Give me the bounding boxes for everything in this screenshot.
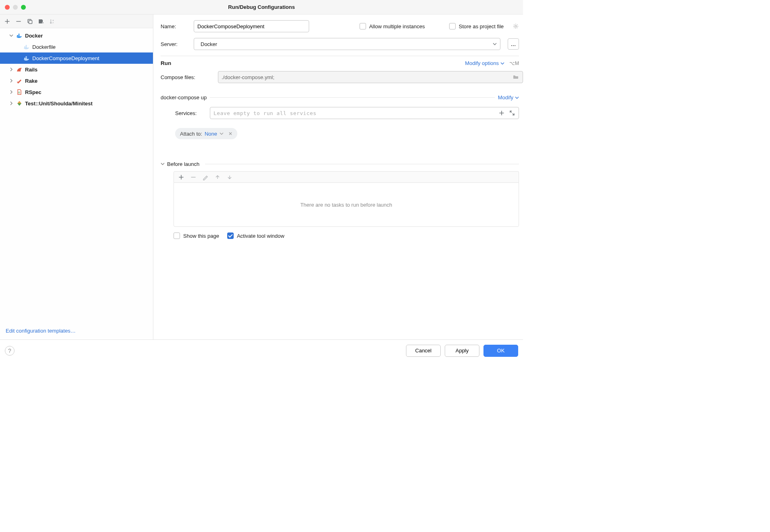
edit-templates-link[interactable]: Edit configuration templates… (6, 328, 75, 334)
tree-label: RSpec (25, 89, 41, 95)
modify-options-label: Modify options (465, 60, 499, 66)
edit-icon (202, 174, 209, 180)
allow-multiple-checkbox[interactable]: Allow multiple instances (360, 23, 425, 29)
cancel-button[interactable]: Cancel (406, 345, 441, 357)
remove-icon[interactable] (15, 18, 22, 25)
before-launch-toolbar (174, 171, 519, 182)
svg-rect-5 (17, 35, 18, 36)
chevron-right-icon (9, 90, 14, 94)
tree-node-rake[interactable]: Rake (0, 75, 153, 86)
tree-label: Test::Unit/Shoulda/Minitest (25, 101, 92, 107)
ok-button[interactable]: OK (483, 345, 518, 357)
tree-label: Dockerfile (32, 44, 56, 50)
gear-icon[interactable] (513, 23, 519, 29)
save-template-icon[interactable] (38, 18, 44, 25)
help-icon[interactable]: ? (5, 346, 15, 356)
modify-up-link[interactable]: Modify (498, 94, 519, 101)
tree-node-testunit[interactable]: Test::Unit/Shoulda/Minitest (0, 98, 153, 109)
main-panel: Name: Allow multiple instances Store as … (153, 15, 523, 339)
name-input[interactable] (194, 20, 309, 32)
before-launch-section: Before launch There are no tasks to run … (161, 161, 519, 239)
show-page-label: Show this page (183, 233, 219, 239)
before-launch-list: There are no tasks to run before launch (174, 182, 519, 227)
chevron-down-icon (9, 34, 14, 38)
folder-icon[interactable] (513, 74, 519, 80)
docker-compose-up-title: docker-compose up (161, 94, 207, 101)
move-down-icon (226, 174, 233, 180)
tree-node-docker-compose-deployment[interactable]: DockerComposeDeployment (0, 52, 153, 64)
services-label: Services: (175, 110, 204, 116)
services-row: Services: Leave empty to run all service… (161, 107, 519, 119)
docker-icon (16, 32, 23, 39)
run-title: Run (161, 60, 171, 66)
tree-label: DockerComposeDeployment (32, 55, 99, 61)
store-project-label: Store as project file (459, 23, 504, 29)
allow-multiple-box[interactable] (360, 23, 366, 29)
test-icon (16, 100, 23, 107)
svg-rect-12 (26, 58, 27, 59)
before-launch-checks: Show this page Activate tool window (174, 232, 519, 239)
shortcut-hint: ⌥M (509, 61, 519, 66)
rails-icon (16, 66, 23, 73)
svg-rect-1 (29, 20, 32, 23)
server-value: Docker (201, 41, 217, 47)
rake-icon (16, 77, 23, 84)
attach-to-chip[interactable]: Attach to: None (175, 128, 237, 139)
tree-label: Docker (25, 33, 43, 39)
move-up-icon (214, 174, 221, 180)
svg-rect-13 (26, 57, 27, 58)
apply-button[interactable]: Apply (445, 345, 479, 357)
chevron-right-icon (9, 101, 14, 105)
chevron-right-icon (9, 79, 14, 83)
config-tree: Docker Dockerfile DockerComposeDeploymen… (0, 28, 153, 109)
add-icon[interactable] (4, 18, 10, 25)
sort-alpha-icon[interactable]: az (49, 18, 56, 25)
svg-text:R: R (18, 91, 20, 94)
add-icon[interactable] (498, 110, 505, 116)
activate-window-box[interactable] (227, 232, 234, 239)
compose-files-input[interactable] (218, 71, 523, 83)
services-input[interactable]: Leave empty to run all services (210, 107, 519, 119)
divider (161, 56, 519, 56)
activate-window-checkbox[interactable]: Activate tool window (227, 232, 285, 239)
allow-multiple-label: Allow multiple instances (369, 23, 425, 29)
sidebar: az Docker Dockerfile Dock (0, 15, 153, 339)
svg-rect-11 (24, 58, 25, 59)
store-project-checkbox[interactable]: Store as project file (449, 23, 504, 29)
copy-icon[interactable] (27, 18, 33, 25)
run-section-header: Run Modify options ⌥M (161, 60, 519, 66)
before-launch-title: Before launch (167, 161, 199, 167)
compose-files-row: Compose files: (161, 71, 519, 83)
docker-compose-up-header: docker-compose up Modify (161, 94, 519, 101)
show-page-checkbox[interactable]: Show this page (174, 232, 219, 239)
tree-node-rails[interactable]: Rails (0, 64, 153, 75)
add-icon[interactable] (178, 174, 184, 180)
titlebar: Run/Debug Configurations (0, 0, 523, 15)
remove-icon (190, 174, 197, 180)
store-project-box[interactable] (449, 23, 456, 29)
tree-node-dockerfile[interactable]: Dockerfile (0, 41, 153, 52)
server-browse-button[interactable]: … (508, 38, 519, 50)
svg-rect-7 (19, 34, 20, 35)
server-label: Server: (161, 41, 186, 47)
tree-node-docker[interactable]: Docker (0, 30, 153, 41)
svg-rect-6 (19, 35, 20, 36)
modify-options-link[interactable]: Modify options (465, 60, 504, 66)
chevron-down-icon (493, 41, 497, 47)
tree-node-rspec[interactable]: R RSpec (0, 86, 153, 98)
activate-window-label: Activate tool window (237, 233, 285, 239)
svg-rect-9 (26, 46, 27, 48)
chevron-down-icon (161, 161, 165, 167)
name-row: Name: Allow multiple instances Store as … (161, 20, 519, 32)
close-icon[interactable] (228, 131, 232, 137)
modify-up-label: Modify (498, 94, 513, 101)
show-page-box[interactable] (174, 232, 180, 239)
before-launch-header[interactable]: Before launch (161, 161, 519, 167)
bottom-bar: ? Cancel Apply OK (0, 339, 523, 361)
chevron-down-icon (220, 131, 224, 137)
server-dropdown[interactable]: Docker (194, 38, 500, 50)
server-row: Server: Docker … (161, 38, 519, 50)
expand-icon[interactable] (509, 110, 515, 116)
svg-rect-8 (24, 46, 25, 48)
tree-label: Rake (25, 78, 38, 84)
